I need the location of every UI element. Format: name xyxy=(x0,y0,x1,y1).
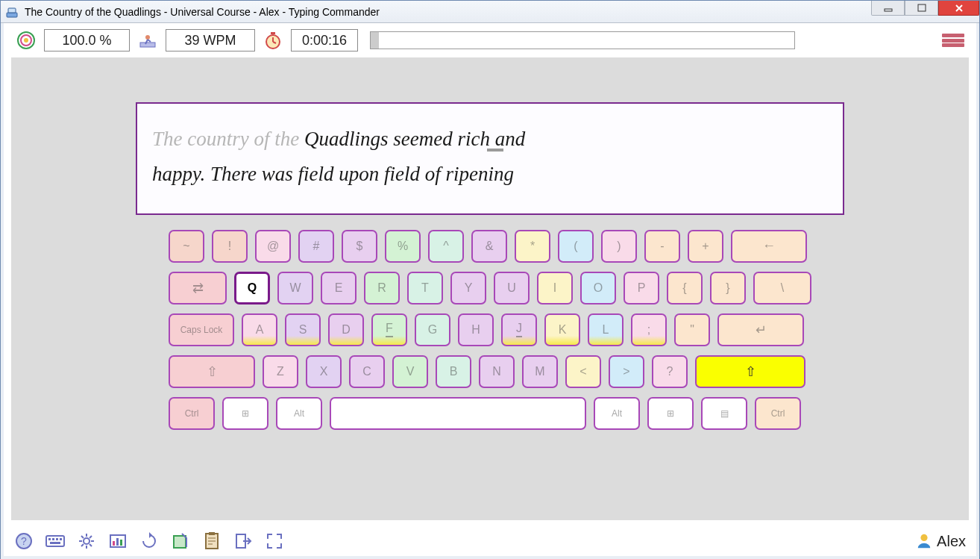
key-m[interactable]: M xyxy=(522,355,558,388)
key-c[interactable]: C xyxy=(349,355,385,388)
key-lwin[interactable]: ⊞ xyxy=(222,397,268,430)
minimize-button[interactable] xyxy=(871,1,905,16)
help-icon[interactable]: ? xyxy=(14,531,34,551)
key-g[interactable]: G xyxy=(415,313,450,346)
target-icon xyxy=(16,30,37,51)
remaining-line1: uadlings seemed rich and xyxy=(318,128,525,150)
virtual-keyboard: ~ ! @ # $ % ^ & * ( ) - + ← ⇄ Q W E xyxy=(169,230,811,430)
key-6[interactable]: ^ xyxy=(428,230,464,263)
key-backspace[interactable]: ← xyxy=(731,230,807,263)
key-lctrl[interactable]: Ctrl xyxy=(169,397,215,430)
key-z[interactable]: Z xyxy=(263,355,298,388)
clipboard-icon[interactable] xyxy=(202,531,222,551)
key-rwin[interactable]: ⊞ xyxy=(647,397,694,430)
svg-point-19 xyxy=(84,538,89,544)
svg-rect-24 xyxy=(174,536,186,548)
key-e[interactable]: E xyxy=(321,272,356,305)
key-enter[interactable]: ↵ xyxy=(717,313,804,346)
key-3[interactable]: # xyxy=(298,230,334,263)
key-semicolon[interactable]: ; xyxy=(631,313,667,346)
progress-fill xyxy=(371,32,379,49)
key-o[interactable]: O xyxy=(580,272,616,305)
maximize-button[interactable] xyxy=(905,1,938,16)
svg-rect-14 xyxy=(48,538,51,540)
key-l[interactable]: L xyxy=(588,313,624,346)
key-x[interactable]: X xyxy=(306,355,342,388)
key-7[interactable]: & xyxy=(471,230,507,263)
key-t[interactable]: T xyxy=(407,272,443,305)
current-char: Q xyxy=(304,128,319,150)
key-w[interactable]: W xyxy=(277,272,313,305)
key-rshift[interactable]: ⇧ xyxy=(695,355,805,388)
key-i[interactable]: I xyxy=(537,272,573,305)
key-4[interactable]: $ xyxy=(342,230,377,263)
stats-icon[interactable] xyxy=(108,531,128,551)
svg-rect-7 xyxy=(140,43,155,47)
key-minus[interactable]: - xyxy=(644,230,680,263)
key-q[interactable]: Q xyxy=(234,272,270,305)
key-period[interactable]: > xyxy=(609,355,644,388)
restart-icon[interactable] xyxy=(139,531,159,551)
key-quote[interactable]: " xyxy=(674,313,710,346)
export-icon[interactable] xyxy=(233,531,253,551)
key-v[interactable]: V xyxy=(392,355,428,388)
key-5[interactable]: % xyxy=(385,230,421,263)
key-0[interactable]: ) xyxy=(601,230,637,263)
accuracy-value: 100.0 % xyxy=(44,29,130,51)
key-context[interactable]: ▤ xyxy=(701,397,747,430)
key-space[interactable] xyxy=(330,397,586,430)
key-capslock[interactable]: Caps Lock xyxy=(169,313,234,346)
user-indicator[interactable]: Alex xyxy=(916,533,966,550)
key-plus[interactable]: + xyxy=(688,230,723,263)
time-value: 0:00:16 xyxy=(291,29,358,51)
key-lshift[interactable]: ⇧ xyxy=(169,355,255,388)
clock-icon xyxy=(263,30,283,51)
key-backslash[interactable]: \ xyxy=(753,272,811,305)
key-j[interactable]: J xyxy=(501,313,537,346)
user-name: Alex xyxy=(937,533,966,550)
menu-button[interactable] xyxy=(942,32,964,49)
key-lbracket[interactable]: { xyxy=(667,272,703,305)
window-title: The Country of the Quadlings - Universal… xyxy=(25,6,380,18)
key-s[interactable]: S xyxy=(285,313,321,346)
key-d[interactable]: D xyxy=(328,313,364,346)
key-rbracket[interactable]: } xyxy=(710,272,746,305)
key-comma[interactable]: < xyxy=(565,355,601,388)
key-f[interactable]: F xyxy=(371,313,407,346)
key-b[interactable]: B xyxy=(436,355,471,388)
key-slash[interactable]: ? xyxy=(652,355,688,388)
key-h[interactable]: H xyxy=(458,313,494,346)
key-a[interactable]: A xyxy=(242,313,277,346)
bottom-toolbar: ? Alex xyxy=(4,526,976,556)
svg-text:?: ? xyxy=(21,535,27,547)
svg-rect-17 xyxy=(60,538,62,540)
key-rctrl[interactable]: Ctrl xyxy=(755,397,801,430)
key-lalt[interactable]: Alt xyxy=(276,397,322,430)
settings-icon[interactable] xyxy=(77,531,96,551)
key-8[interactable]: * xyxy=(515,230,550,263)
key-k[interactable]: K xyxy=(544,313,580,346)
key-1[interactable]: ! xyxy=(212,230,248,263)
key-2[interactable]: @ xyxy=(255,230,291,263)
keyboard-icon[interactable] xyxy=(45,531,65,551)
svg-rect-2 xyxy=(885,9,892,11)
key-tilde[interactable]: ~ xyxy=(169,230,204,263)
key-y[interactable]: Y xyxy=(450,272,486,305)
key-n[interactable]: N xyxy=(479,355,515,388)
key-ralt[interactable]: Alt xyxy=(594,397,640,430)
svg-rect-21 xyxy=(113,541,115,546)
text-line2: happy. There was field upon field of rip… xyxy=(152,163,514,185)
close-button[interactable] xyxy=(938,1,979,16)
key-u[interactable]: U xyxy=(494,272,530,305)
course-icon[interactable] xyxy=(171,531,190,551)
svg-point-8 xyxy=(145,35,150,40)
svg-rect-16 xyxy=(56,538,58,540)
key-9[interactable]: ( xyxy=(558,230,594,263)
speed-value: 39 WPM xyxy=(166,29,255,51)
key-tab[interactable]: ⇄ xyxy=(169,272,227,305)
progress-bar xyxy=(370,31,795,49)
key-p[interactable]: P xyxy=(624,272,659,305)
fullscreen-icon[interactable] xyxy=(265,531,284,551)
svg-rect-26 xyxy=(209,532,215,535)
key-r[interactable]: R xyxy=(364,272,400,305)
